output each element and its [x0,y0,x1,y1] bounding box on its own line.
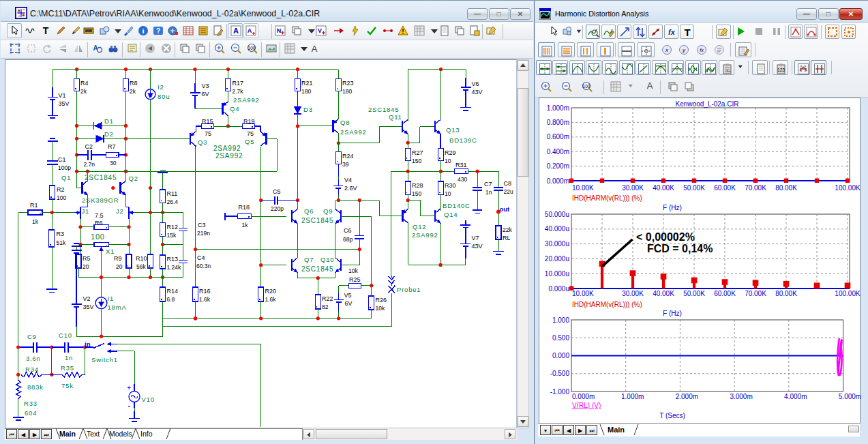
svg-text:Q7: Q7 [304,256,314,263]
svg-text:100: 100 [248,46,256,50]
svg-text:80.00K: 80.00K [775,290,797,297]
svg-text:70.00K: 70.00K [745,290,766,297]
svg-text:N: N [277,27,282,34]
svg-text:V6: V6 [472,80,479,87]
svg-text:V: V [318,27,322,34]
svg-text:R27: R27 [412,149,423,156]
svg-text:2.7k: 2.7k [233,88,244,95]
svg-text:6V: 6V [345,300,353,307]
svg-text:R13: R13 [167,256,179,263]
svg-text:!: ! [402,28,404,35]
svg-text:2SC1845: 2SC1845 [301,265,333,273]
svg-text:BD140C: BD140C [443,202,470,209]
svg-text:Q2: Q2 [129,175,138,182]
svg-text:R22: R22 [322,295,333,302]
svg-text:I2: I2 [158,83,164,91]
svg-text:60.3n: 60.3n [196,263,211,269]
svg-text:0.200m: 0.200m [547,162,569,170]
svg-text:100: 100 [57,194,66,201]
svg-text:R16: R16 [199,288,211,295]
svg-text:75k: 75k [61,382,74,389]
svg-text:75: 75 [205,130,211,137]
svg-text:22k: 22k [503,226,512,233]
svg-text:R12: R12 [167,224,179,231]
svg-text:-: - [128,401,131,409]
svg-text:2SC1845: 2SC1845 [85,174,117,181]
svg-text:T: T [684,27,690,38]
svg-text:5.000m: 5.000m [839,393,861,400]
svg-text:out: out [500,205,511,213]
svg-text:180: 180 [301,88,311,95]
svg-text:6V: 6V [202,91,209,98]
svg-text:1k: 1k [242,222,249,228]
svg-text:X1: X1 [106,248,115,255]
svg-text:V5: V5 [344,292,352,299]
svg-text:2.000m: 2.000m [676,393,698,400]
svg-text:20.000u: 20.000u [545,255,569,263]
svg-text:?: ? [156,27,160,35]
svg-text:R5: R5 [83,255,91,262]
svg-text:Probe1: Probe1 [397,286,421,293]
svg-text:Q5: Q5 [245,138,254,145]
svg-text:C1: C1 [58,156,66,163]
svg-text:V3: V3 [202,83,209,89]
svg-text:R25: R25 [349,276,361,283]
svg-text:V10: V10 [142,396,155,403]
svg-text:Q10: Q10 [320,256,334,263]
svg-text:604: 604 [25,409,37,417]
svg-text:V7: V7 [472,235,479,241]
svg-text:2SA992: 2SA992 [215,152,243,160]
svg-text:1.000: 1.000 [552,316,569,324]
svg-text:Switch1: Switch1 [91,356,118,364]
svg-text:43V: 43V [472,89,483,95]
svg-text:26.4: 26.4 [167,198,179,205]
svg-text:R30: R30 [445,182,456,189]
svg-text:70.00K: 70.00K [745,184,766,192]
svg-text:0.800m: 0.800m [547,119,569,126]
svg-text:6.8: 6.8 [167,296,175,303]
svg-text:R24: R24 [342,153,354,160]
svg-text:Q1: Q1 [61,174,71,181]
svg-text:i: i [142,27,144,35]
svg-text:20: 20 [83,263,89,270]
svg-text:R34: R34 [25,366,39,373]
svg-text:7.5: 7.5 [95,212,104,219]
svg-text:2.6V: 2.6V [344,185,357,192]
svg-text:123: 123 [777,68,785,72]
svg-text:35V: 35V [83,304,94,310]
svg-text:R28: R28 [412,182,423,189]
svg-text:Q4: Q4 [230,105,239,113]
svg-text:30: 30 [110,160,117,166]
svg-text:BD139C: BD139C [449,136,477,144]
svg-text:82: 82 [322,304,329,310]
svg-text:T (Secs): T (Secs) [659,412,685,419]
svg-text:R9: R9 [114,255,122,262]
svg-text:1k: 1k [32,218,39,225]
svg-text:F (Hz): F (Hz) [663,204,682,211]
svg-text:15k: 15k [167,232,177,239]
svg-text:40.000u: 40.000u [545,225,569,233]
svg-text:in: in [85,340,91,348]
svg-text:10k: 10k [348,267,358,274]
svg-text:1.6k: 1.6k [199,296,211,303]
svg-text:R35: R35 [61,364,74,372]
svg-text:0.000u: 0.000u [548,285,569,293]
svg-text:Kenwood_L-02a.CIR: Kenwood_L-02a.CIR [676,100,739,108]
svg-text:R3: R3 [57,231,65,237]
svg-text:10: 10 [445,190,451,197]
svg-text:-1.000: -1.000 [550,388,570,396]
svg-text:2SA992: 2SA992 [340,128,367,136]
svg-text:V(RL) (V): V(RL) (V) [572,402,601,409]
svg-text:RL: RL [503,235,511,241]
svg-text:60.00K: 60.00K [714,184,736,192]
svg-text:Q12: Q12 [413,223,426,231]
svg-text:100.00K: 100.00K [835,290,860,297]
svg-text:A: A [233,27,239,35]
svg-text:10.000u: 10.000u [545,270,569,278]
svg-text:80.00K: 80.00K [775,184,797,192]
svg-text:220p: 220p [271,205,284,212]
svg-text:10k: 10k [376,305,385,312]
svg-text:1n: 1n [65,354,73,361]
svg-text:Q8: Q8 [340,119,350,126]
svg-text:D2: D2 [104,130,114,138]
